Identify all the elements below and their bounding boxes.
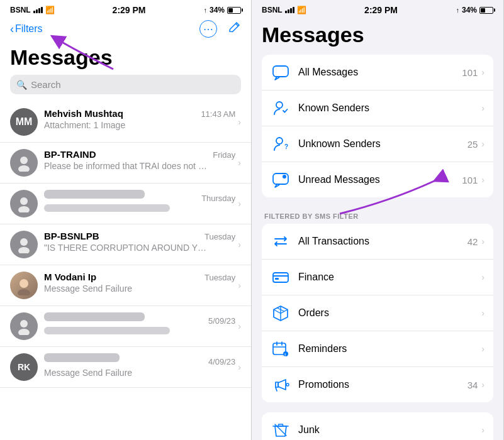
chevron-icon-blurred2: › bbox=[238, 321, 241, 331]
msg-content-mm: Mehvish Mushtaq 11:43 AM Attachment: 1 I… bbox=[44, 108, 235, 130]
filter-item-unread-messages[interactable]: Unread Messages 101 › bbox=[262, 162, 493, 197]
msg-time-rk: 4/09/23 bbox=[208, 357, 235, 366]
page-title-right: Messages bbox=[252, 18, 503, 55]
avatar-bp-bsnlpb bbox=[10, 231, 38, 258]
battery-pct-right: 34% bbox=[462, 6, 477, 14]
avatar-rk: RK bbox=[10, 353, 38, 381]
section-sms-filter: FILTERED BY SMS FILTER All Transactions … bbox=[262, 207, 493, 402]
msg-time-vodani: Tuesday bbox=[204, 273, 235, 282]
svg-text:!: ! bbox=[284, 353, 286, 357]
msg-preview-rk: Message Send Failure bbox=[44, 368, 208, 378]
nav-icons-right: ⋯ bbox=[199, 20, 241, 38]
msg-time-blurred1: Thursday bbox=[201, 194, 235, 203]
svg-point-1 bbox=[18, 165, 30, 172]
label-junk: Junk bbox=[298, 424, 478, 436]
chevron-icon-rk: › bbox=[238, 362, 241, 372]
blurred-preview-1 bbox=[44, 204, 170, 212]
battery-pct-left: 34% bbox=[210, 6, 225, 14]
message-item-vodani[interactable]: M Vodani Ip Tuesday Message Send Failure… bbox=[0, 265, 251, 306]
location-icon-left: ↑ bbox=[203, 6, 207, 14]
svg-point-11 bbox=[276, 102, 283, 108]
msg-content-rk: 4/09/23 Message Send Failure bbox=[44, 353, 235, 378]
megaphone-icon bbox=[271, 375, 291, 395]
chevron-reminders: › bbox=[481, 344, 484, 354]
svg-point-4 bbox=[20, 238, 28, 246]
filter-item-orders[interactable]: Orders › bbox=[262, 295, 493, 331]
filter-item-all-messages[interactable]: All Messages 101 › bbox=[262, 55, 493, 91]
arrows-swap-icon bbox=[271, 231, 291, 251]
svg-rect-10 bbox=[273, 66, 288, 77]
time-left: 2:29 PM bbox=[113, 5, 146, 15]
person-check-icon bbox=[271, 98, 291, 118]
label-unknown-senders: Unknown Senders bbox=[298, 138, 468, 150]
blurred-name-rk bbox=[44, 353, 120, 362]
avatar-mm: MM bbox=[10, 108, 38, 136]
back-chevron-icon: ‹ bbox=[10, 23, 14, 36]
filter-item-all-transactions[interactable]: All Transactions 42 › bbox=[262, 224, 493, 260]
svg-point-6 bbox=[20, 279, 28, 288]
msg-content-bp-traind: BP-TRAIND Friday Please be informed that… bbox=[44, 149, 235, 171]
avatar-vodani bbox=[10, 272, 38, 299]
battery-icon-left bbox=[227, 7, 241, 14]
message-item-mm[interactable]: MM Mehvish Mushtaq 11:43 AM Attachment: … bbox=[0, 102, 251, 143]
msg-content-vodani: M Vodani Ip Tuesday Message Send Failure bbox=[44, 272, 235, 294]
svg-point-8 bbox=[20, 320, 28, 327]
status-bar-right: BSNL 📶 2:29 PM ↑ 34% bbox=[252, 0, 503, 18]
svg-point-3 bbox=[18, 206, 30, 212]
msg-preview-mm: Attachment: 1 Image bbox=[44, 120, 208, 130]
back-button[interactable]: ‹ Filters bbox=[10, 23, 43, 36]
label-all-messages: All Messages bbox=[298, 67, 462, 78]
chevron-unread-messages: › bbox=[481, 175, 484, 185]
nav-bar-left: ‹ Filters ⋯ bbox=[0, 18, 251, 43]
msg-preview-vodani: Message Send Failure bbox=[44, 283, 208, 294]
count-promotions: 34 bbox=[468, 380, 478, 390]
filter-item-junk[interactable]: Junk › bbox=[262, 412, 493, 440]
chevron-unknown-senders: › bbox=[481, 139, 484, 149]
wifi-icon-right: 📶 bbox=[297, 6, 306, 14]
count-unread-messages: 101 bbox=[462, 175, 478, 185]
message-list: MM Mehvish Mushtaq 11:43 AM Attachment: … bbox=[0, 102, 251, 440]
filter-card-junk: Junk › bbox=[262, 412, 493, 440]
box-icon bbox=[271, 303, 291, 323]
chevron-icon-bp-bsnlpb: › bbox=[238, 239, 241, 250]
chevron-junk: › bbox=[481, 425, 484, 435]
filter-item-unknown-senders[interactable]: ? Unknown Senders 25 › bbox=[262, 126, 493, 162]
message-item-blurred2[interactable]: 5/09/23 › bbox=[0, 306, 251, 347]
message-item-bp-bsnlpb[interactable]: BP-BSNLPB Tuesday "IS THERE CORRUPTION A… bbox=[0, 224, 251, 265]
svg-point-12 bbox=[276, 138, 283, 144]
calendar-badge-icon: ! bbox=[271, 339, 291, 359]
message-item-blurred1[interactable]: Thursday › bbox=[0, 184, 251, 224]
chevron-finance: › bbox=[481, 272, 484, 282]
status-bar-left: BSNL 📶 2:29 PM ↑ 34% bbox=[0, 0, 251, 18]
label-orders: Orders bbox=[298, 307, 478, 319]
filter-item-known-senders[interactable]: Known Senders › bbox=[262, 91, 493, 126]
count-unknown-senders: 25 bbox=[468, 139, 478, 150]
svg-point-5 bbox=[18, 247, 30, 253]
svg-rect-16 bbox=[273, 273, 288, 282]
svg-point-0 bbox=[20, 157, 28, 164]
compose-icon[interactable] bbox=[227, 21, 241, 38]
count-all-transactions: 42 bbox=[468, 236, 478, 247]
svg-point-25 bbox=[286, 383, 289, 386]
filter-item-finance[interactable]: Finance › bbox=[262, 260, 493, 295]
ellipsis-icon[interactable]: ⋯ bbox=[199, 20, 217, 38]
blurred-name-2 bbox=[44, 312, 145, 321]
label-all-transactions: All Transactions bbox=[298, 236, 468, 247]
msg-time-bp-bsnlpb: Tuesday bbox=[204, 232, 235, 241]
filter-item-reminders[interactable]: ! Reminders › bbox=[262, 331, 493, 367]
chevron-icon-vodani: › bbox=[238, 280, 241, 290]
filter-card-sms: All Transactions 42 › Finance bbox=[262, 224, 493, 402]
label-finance: Finance bbox=[298, 272, 478, 283]
bubble-icon bbox=[271, 62, 291, 82]
search-bar[interactable]: 🔍 Search bbox=[10, 75, 241, 94]
signal-icon-right bbox=[285, 7, 294, 13]
filter-item-promotions[interactable]: Promotions 34 › bbox=[262, 367, 493, 402]
creditcard-icon bbox=[271, 267, 291, 287]
chevron-icon-blurred1: › bbox=[238, 199, 241, 209]
svg-point-15 bbox=[283, 175, 286, 179]
person-question-icon: ? bbox=[271, 134, 291, 154]
count-all-messages: 101 bbox=[462, 67, 478, 78]
message-item-rk[interactable]: RK 4/09/23 Message Send Failure › bbox=[0, 347, 251, 388]
avatar-blurred1 bbox=[10, 190, 38, 217]
message-item-bp-traind[interactable]: BP-TRAIND Friday Please be informed that… bbox=[0, 143, 251, 184]
